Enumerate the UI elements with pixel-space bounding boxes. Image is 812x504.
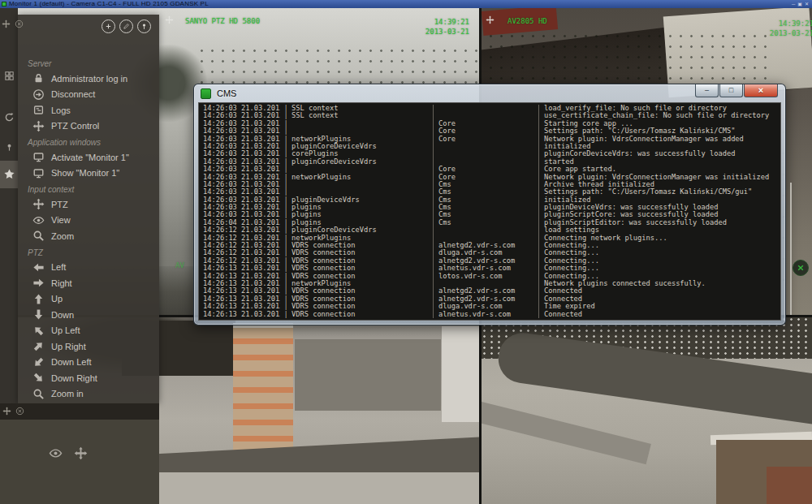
sidebar-item[interactable]: PTZ Control (18, 118, 159, 135)
sidebar-item[interactable]: Show "Monitor 1" (18, 166, 159, 182)
log-message: Connecting... (538, 265, 780, 272)
panel-controls (2, 19, 24, 28)
log-row: 14:26:13 21.03.2013|VDRS connectionalnet… (199, 311, 780, 318)
log-context (433, 226, 538, 234)
sidebar-item[interactable]: Activate "Monitor 1" (18, 149, 159, 166)
sidebar-item[interactable]: Up Left (18, 323, 159, 339)
log-context: Core (433, 120, 538, 127)
sidebar-item[interactable]: Administrator log in (18, 71, 159, 87)
edit-button[interactable] (119, 19, 133, 33)
log-message: pluginScriptCore: was successfully loade… (538, 211, 780, 218)
sidebar-item-label: Right (51, 278, 72, 288)
log-context: lotos.vdr-s.com (433, 273, 538, 280)
sidebar-item[interactable]: PTZ (18, 196, 159, 213)
cms-window: CMS – □ × 14:26:03 21.03.2013|SSL contex… (193, 84, 786, 325)
move-icon (32, 120, 45, 132)
log-console[interactable]: 14:26:03 21.03.2013|SSL contextload_veri… (198, 102, 781, 321)
log-module: VDRS connection (292, 287, 433, 295)
close-circle-icon[interactable] (15, 407, 24, 416)
sidebar-item-label: Disconnect (51, 89, 95, 99)
log-time: 14:26:03 21.03.2013 (199, 204, 280, 211)
move-icon[interactable] (2, 407, 11, 416)
log-module (292, 127, 433, 135)
log-context (433, 150, 538, 157)
log-time: 14:26:03 21.03.2013 (199, 174, 280, 181)
sidebar-item[interactable]: View (18, 213, 159, 229)
close-icon[interactable]: ✕ (805, 1, 809, 7)
move-icon[interactable] (2, 19, 11, 28)
log-message: Network plugin: VdrsConnectionManager wa… (538, 174, 780, 181)
log-context (433, 280, 538, 287)
zoom-icon (32, 230, 45, 242)
app-icon (2, 2, 6, 6)
log-context: alnetgd2.vdr-s.com (433, 242, 538, 249)
log-time: 14:26:13 21.03.2013 (199, 273, 280, 280)
log-message: Network plugin: VdrsConnectionManager wa… (538, 136, 780, 143)
minimize-icon[interactable]: ─ (792, 1, 795, 7)
rotate-icon[interactable] (4, 112, 15, 123)
app-titlebar[interactable]: Monitor 1 (default) - Camera C1-C4 - FUL… (0, 0, 812, 8)
add-button[interactable] (102, 19, 115, 33)
scene-shape (295, 339, 441, 411)
panel-controls (2, 407, 24, 416)
sidebar-item[interactable]: Down Left (18, 355, 159, 371)
app-window-buttons[interactable]: ─▣✕ (792, 1, 809, 7)
camera-view-bottom-right[interactable] (481, 317, 812, 504)
star-icon[interactable] (3, 168, 15, 180)
log-module: plugins (292, 211, 433, 218)
log-message: Time expired (538, 303, 780, 310)
sidebar-item-label: PTZ (51, 200, 68, 209)
log-message: load settings (538, 226, 780, 234)
sidebar-item[interactable]: Up Right (18, 338, 159, 355)
log-time: 14:26:03 21.03.2013 (199, 211, 280, 218)
eye-icon[interactable] (49, 446, 63, 460)
log-module: VDRS connection (292, 257, 433, 265)
sidebar-item[interactable]: Disconnect (18, 87, 159, 103)
sidebar-item[interactable]: Up (18, 291, 159, 308)
log-context: Core (433, 136, 538, 143)
log-module: pluginDeviceVdrs (292, 196, 433, 204)
move-icon[interactable] (74, 446, 88, 460)
log-time: 14:26:13 21.03.2013 (199, 303, 280, 310)
log-context: Core (433, 166, 538, 173)
close-icon[interactable] (793, 260, 809, 276)
sidebar-item[interactable]: Down Right (18, 370, 159, 386)
log-context: dluga.vdr-s.com (433, 303, 538, 310)
sidebar-item[interactable]: Zoom in (18, 386, 159, 403)
logs-icon (32, 104, 45, 116)
close-circle-icon[interactable] (15, 19, 24, 28)
sidebar-toolbar (102, 19, 151, 33)
log-context: Core (433, 127, 538, 135)
grid-icon[interactable] (3, 70, 15, 82)
maximize-icon[interactable]: ▣ (797, 1, 802, 7)
sidebar-item[interactable]: Zoom (18, 228, 159, 244)
log-context (433, 112, 538, 119)
sidebar: ServerAdministrator log inDisconnectLogs… (18, 15, 159, 403)
log-module (292, 120, 433, 127)
log-message: Network plugins connected sucessfully. (538, 280, 780, 287)
ptz-target-icon (165, 15, 174, 24)
log-time: 14:26:13 21.03.2013 (199, 280, 280, 287)
bottom-panel (0, 403, 159, 504)
sidebar-item-label: Zoom (51, 231, 74, 241)
close-button[interactable]: × (744, 84, 778, 97)
pin-button[interactable] (137, 19, 151, 33)
sidebar-section-header: Input context (18, 181, 159, 196)
log-time: 14:26:13 21.03.2013 (199, 311, 280, 318)
sidebar-item[interactable]: Right (18, 275, 159, 291)
log-message: pluginScriptEditor: was successfully loa… (538, 219, 780, 226)
log-context: alnetgd2.vdr-s.com (433, 257, 538, 265)
sidebar-item[interactable]: Logs (18, 102, 159, 118)
sidebar-item[interactable]: Left (18, 260, 159, 276)
log-time: 14:26:03 21.03.2013 (199, 166, 280, 173)
log-time: 14:26:03 21.03.2013 (199, 112, 280, 119)
log-message: Starting core app ... (538, 120, 780, 127)
pin-icon[interactable] (5, 143, 14, 152)
maximize-button[interactable]: □ (719, 84, 743, 97)
minimize-button[interactable]: – (695, 84, 719, 97)
sidebar-item[interactable]: Down (18, 307, 159, 323)
log-message: Connected (538, 295, 780, 303)
log-module: networkPlugins (292, 174, 433, 181)
bottom-panel-tools (49, 446, 88, 460)
camera-label: AV2805 HD (508, 17, 547, 26)
